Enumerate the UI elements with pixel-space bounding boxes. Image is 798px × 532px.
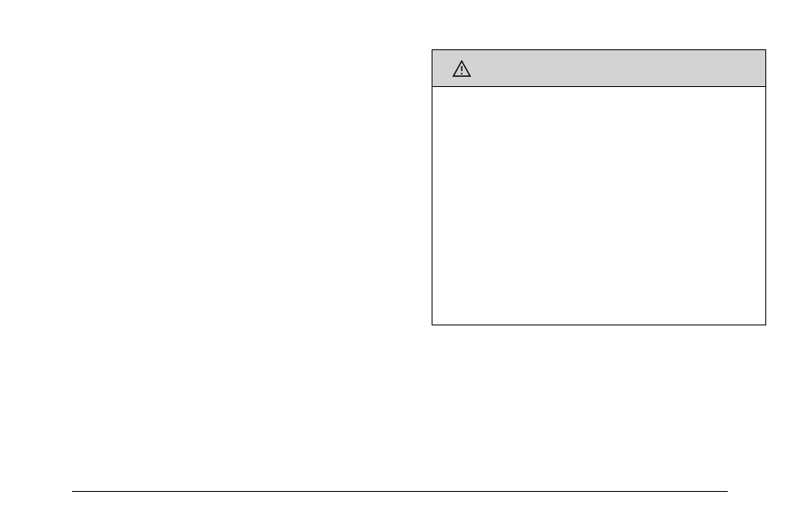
warning-triangle-icon	[453, 60, 471, 77]
callout-box	[432, 49, 766, 325]
callout-header	[432, 50, 765, 87]
callout-body	[432, 87, 765, 325]
svg-point-1	[461, 73, 463, 74]
horizontal-rule	[72, 491, 728, 492]
